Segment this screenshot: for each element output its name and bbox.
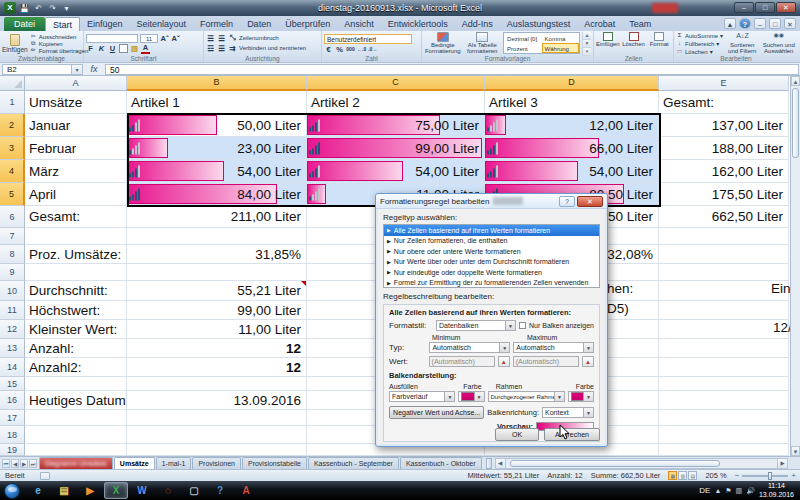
tab-daten[interactable]: Daten [240, 17, 278, 31]
cell-B7[interactable] [127, 228, 307, 245]
vertical-scrollbar[interactable]: ▲ ▼ [790, 76, 800, 456]
cell-A7[interactable] [25, 228, 127, 245]
cell-B10[interactable]: 55,21 Liter [127, 281, 307, 301]
indent-icon[interactable]: ⇉ [228, 44, 237, 53]
align-middle-icon[interactable]: ☰ [217, 34, 226, 43]
language-indicator[interactable]: DE [699, 486, 710, 495]
close-button[interactable]: ✕ [776, 2, 796, 13]
tab-ansicht[interactable]: Ansicht [337, 17, 381, 31]
name-box[interactable]: B2 [2, 64, 72, 75]
row-header-5[interactable]: 5 [0, 183, 25, 206]
bar-direction-select[interactable]: Kontext▼ [542, 407, 594, 418]
rule-type-option[interactable]: ▶Nur Zellen formatieren, die enthalten [384, 236, 599, 247]
cell-C1[interactable]: Artikel 2 [307, 91, 485, 114]
rule-type-option[interactable]: ▶Nur Werte über oder unter dem Durchschn… [384, 257, 599, 268]
taskbar-word-icon[interactable]: W [130, 482, 154, 499]
cell-B13[interactable]: 12 [127, 339, 307, 358]
cell-B18[interactable] [127, 426, 307, 444]
cell-A1[interactable]: Umsätze [25, 91, 127, 114]
page-break-view-icon[interactable]: ▤ [688, 471, 697, 480]
taskbar-internet-explorer-icon[interactable]: e [26, 482, 50, 499]
cell-E1[interactable]: Gesamt: [659, 91, 789, 114]
merge-center-button[interactable]: Verbinden und zentrieren [239, 45, 306, 51]
decrease-decimal-icon[interactable]: .0→ [368, 46, 377, 52]
sheet-tab-provisionen[interactable]: Provisionen [192, 457, 241, 469]
scroll-right-icon[interactable]: ▶ [777, 459, 787, 468]
cell-A2[interactable]: Januar [25, 114, 127, 137]
tab-formeln[interactable]: Formeln [193, 17, 240, 31]
row-header-14[interactable]: 14 [0, 358, 25, 377]
format-as-table-button[interactable]: Als Tabelle formatieren [464, 32, 502, 55]
row-header-18[interactable]: 18 [0, 426, 25, 444]
tab-entwicklertools[interactable]: Entwicklertools [381, 17, 455, 31]
bold-button[interactable]: F [86, 44, 95, 53]
cell-A17[interactable] [25, 410, 127, 426]
cell-E7[interactable] [659, 228, 789, 245]
format-painter-button[interactable]: ✏Format übertragen [30, 47, 89, 54]
style-gallery-item[interactable]: Prozent [504, 43, 542, 53]
scroll-left-icon[interactable]: ◀ [496, 459, 506, 468]
percent-icon[interactable]: % [335, 45, 344, 54]
cell-B1[interactable]: Artikel 1 [127, 91, 307, 114]
tab-auslastungstest[interactable]: Auslastungstest [500, 17, 578, 31]
copy-button[interactable]: ⧉Kopieren [30, 40, 89, 47]
collapse-dialog-icon[interactable]: ▲ [498, 356, 510, 367]
taskbar-sticky-notes-icon[interactable]: ▢ [182, 482, 206, 499]
ok-button[interactable]: OK [495, 428, 539, 441]
row-header-9[interactable]: 9 [0, 264, 25, 281]
cell-E6[interactable]: 662,50 Liter [659, 206, 789, 228]
fill-color-picker[interactable]: ▼ [458, 391, 484, 402]
row-header-8[interactable]: 8 [0, 245, 25, 264]
zoom-in-icon[interactable]: + [791, 472, 796, 480]
font-name-box[interactable] [86, 34, 138, 43]
column-header-d[interactable]: D [485, 76, 659, 91]
scroll-up-icon[interactable]: ▲ [791, 76, 800, 86]
align-top-icon[interactable]: ☰ [206, 34, 215, 43]
row-header-16[interactable]: 16 [0, 391, 25, 410]
row-header-17[interactable]: 17 [0, 410, 25, 426]
dialog-title-bar[interactable]: Formatierungsregel bearbeiten ? ✕ [376, 194, 607, 209]
tab-datei[interactable]: Datei [4, 17, 45, 31]
cell-D2[interactable]: 12,00 Liter [485, 114, 659, 137]
sheet-tab-kassenbuch-september[interactable]: Kassenbuch - September [308, 457, 399, 469]
wrap-text-button[interactable]: Zeilenumbruch [239, 35, 279, 41]
cell-B17[interactable] [127, 410, 307, 426]
cell-B14[interactable]: 12 [127, 358, 307, 377]
type-min-select[interactable]: Automatisch▼ [429, 342, 510, 353]
conditional-formatting-button[interactable]: Bedingte Formatierung [424, 32, 462, 55]
row-header-1[interactable]: 1 [0, 91, 25, 114]
tray-expand-icon[interactable]: ▲ [714, 487, 721, 494]
cell-A4[interactable]: März [25, 160, 127, 183]
row-header-7[interactable]: 7 [0, 228, 25, 245]
cell-A16[interactable]: Heutiges Datum: [25, 391, 127, 410]
cell-B2[interactable]: 50,00 Liter [127, 114, 307, 137]
action-center-icon[interactable]: ⚑ [725, 487, 731, 495]
cancel-button[interactable]: Abbrechen [544, 428, 600, 441]
cell-B4[interactable]: 54,00 Liter [127, 160, 307, 183]
format-style-select[interactable]: Datenbalken▼ [436, 320, 516, 331]
cell-A18[interactable] [25, 426, 127, 444]
cell-B5[interactable]: 84,00 Liter [127, 183, 307, 206]
cell-E4[interactable]: 162,00 Liter [659, 160, 789, 183]
workbook-close-icon[interactable]: ✕ [784, 18, 796, 29]
cell-B3[interactable]: 23,00 Liter [127, 137, 307, 160]
cell-D4[interactable]: 54,00 Liter [485, 160, 659, 183]
minimize-button[interactable]: – [734, 2, 754, 13]
fill-select[interactable]: Farbverlauf▼ [389, 391, 455, 402]
cell-C3[interactable]: 99,00 Liter [307, 137, 485, 160]
volume-icon[interactable]: 🔊 [746, 487, 755, 495]
cell-A14[interactable]: Anzahl2: [25, 358, 127, 377]
taskbar-adobe-reader-icon[interactable]: A [234, 482, 258, 499]
clear-button[interactable]: ▭Löschen ▾ [676, 48, 723, 55]
cell-E8[interactable] [659, 245, 789, 264]
tab-einfügen[interactable]: Einfügen [80, 17, 130, 31]
cell-D3[interactable]: 66,00 Liter [485, 137, 659, 160]
grow-font-icon[interactable]: Aˆ [160, 34, 169, 43]
cell-E18[interactable] [659, 426, 789, 444]
collapse-dialog-icon[interactable]: ▲ [582, 356, 594, 367]
cell-B12[interactable]: 11,00 Liter [127, 320, 307, 339]
first-sheet-icon[interactable]: ⏮ [2, 459, 10, 468]
cell-E10[interactable] [659, 281, 789, 301]
last-sheet-icon[interactable]: ⏭ [29, 459, 37, 468]
sheet-tab-umsätze[interactable]: Umsätze [114, 457, 155, 469]
